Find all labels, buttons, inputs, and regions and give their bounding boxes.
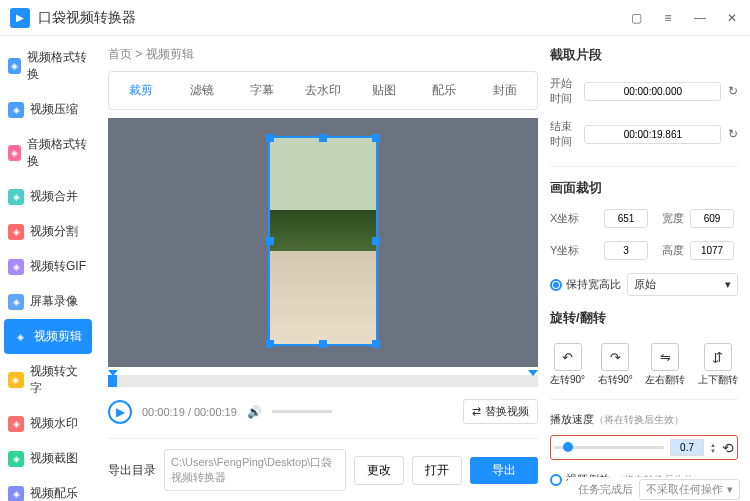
tab-3[interactable]: 去水印: [295, 76, 352, 105]
crop-handle[interactable]: [266, 340, 274, 348]
sidebar-item-1[interactable]: ◈视频压缩: [0, 92, 96, 127]
rotate-button-1[interactable]: ↷右转90°: [598, 343, 633, 387]
app-logo: [10, 8, 30, 28]
sidebar-item-label: 音频格式转换: [27, 136, 88, 170]
crop-handle[interactable]: [372, 134, 380, 142]
end-time-input[interactable]: [584, 125, 721, 144]
open-dir-button[interactable]: 打开: [412, 456, 462, 485]
sidebar-icon: ◈: [12, 329, 28, 345]
reset-speed-icon[interactable]: ⟲: [722, 440, 734, 456]
menu-icon[interactable]: ≡: [660, 10, 676, 26]
sidebar-item-8[interactable]: ◈视频转文字: [0, 354, 96, 406]
crop-handle[interactable]: [372, 237, 380, 245]
sidebar-item-label: 视频格式转换: [27, 49, 88, 83]
height-label: 高度: [654, 243, 684, 258]
volume-slider[interactable]: [272, 410, 332, 413]
start-time-input[interactable]: [584, 82, 721, 101]
play-button[interactable]: ▶: [108, 400, 132, 424]
x-input[interactable]: [604, 209, 648, 228]
sidebar-item-label: 视频转文字: [30, 363, 88, 397]
aspect-ratio-select[interactable]: 原始▾: [627, 273, 738, 296]
tab-4[interactable]: 贴图: [355, 76, 412, 105]
radio-unchecked-icon: [550, 474, 562, 486]
export-path-input[interactable]: C:\Users\FengPing\Desktop\口袋视频转换器: [164, 449, 346, 491]
sidebar-item-4[interactable]: ◈视频分割: [0, 214, 96, 249]
rotate-icon: ⇋: [651, 343, 679, 371]
width-input[interactable]: [690, 209, 734, 228]
minimize-icon[interactable]: —: [692, 10, 708, 26]
status-action-select[interactable]: 不采取任何操作▾: [639, 479, 740, 500]
timeline-end-handle[interactable]: [528, 370, 538, 376]
refresh-end-icon[interactable]: ↻: [727, 125, 738, 143]
replace-video-button[interactable]: ⇄替换视频: [463, 399, 538, 424]
rotate-section-title: 旋转/翻转: [550, 309, 738, 327]
crop-handle[interactable]: [319, 340, 327, 348]
width-label: 宽度: [654, 211, 684, 226]
volume-icon[interactable]: 🔊: [247, 405, 262, 419]
radio-checked-icon: [550, 279, 562, 291]
tab-5[interactable]: 配乐: [416, 76, 473, 105]
editor-tabs: 裁剪滤镜字幕去水印贴图配乐封面: [108, 71, 538, 110]
status-label: 任务完成后: [578, 482, 633, 497]
sidebar-item-label: 视频水印: [30, 415, 78, 432]
sidebar-icon: ◈: [8, 451, 24, 467]
sidebar-item-2[interactable]: ◈音频格式转换: [0, 127, 96, 179]
sidebar-icon: ◈: [8, 372, 24, 388]
sidebar-item-3[interactable]: ◈视频合并: [0, 179, 96, 214]
rotate-button-0[interactable]: ↶左转90°: [550, 343, 585, 387]
sidebar-icon: ◈: [8, 294, 24, 310]
speed-slider-thumb[interactable]: [563, 442, 573, 452]
export-dir-label: 导出目录: [108, 462, 156, 479]
rotate-button-2[interactable]: ⇋左右翻转: [645, 343, 685, 387]
rotate-icon: ↷: [601, 343, 629, 371]
folder-icon[interactable]: ▢: [628, 10, 644, 26]
crop-handle[interactable]: [266, 237, 274, 245]
app-title: 口袋视频转换器: [38, 9, 628, 27]
timeline[interactable]: [108, 375, 538, 387]
sidebar-icon: ◈: [8, 102, 24, 118]
sidebar-item-label: 视频配乐: [30, 485, 78, 501]
refresh-start-icon[interactable]: ↻: [727, 82, 738, 100]
sidebar-item-label: 视频剪辑: [34, 328, 82, 345]
clip-section-title: 截取片段: [550, 46, 738, 64]
close-icon[interactable]: ✕: [724, 10, 740, 26]
crop-handle[interactable]: [372, 340, 380, 348]
tab-1[interactable]: 滤镜: [174, 76, 231, 105]
aspect-ratio-radio[interactable]: 保持宽高比: [550, 277, 621, 292]
video-preview[interactable]: [108, 118, 538, 367]
status-bar: 任务完成后 不采取任何操作▾: [568, 477, 750, 501]
sidebar-item-0[interactable]: ◈视频格式转换: [0, 40, 96, 92]
sidebar-item-10[interactable]: ◈视频截图: [0, 441, 96, 476]
sidebar-icon: ◈: [8, 259, 24, 275]
sidebar-item-label: 视频截图: [30, 450, 78, 467]
height-input[interactable]: [690, 241, 734, 260]
timeline-start-handle[interactable]: [108, 370, 118, 376]
speed-slider[interactable]: [554, 446, 664, 449]
sidebar-item-label: 屏幕录像: [30, 293, 78, 310]
sidebar-item-11[interactable]: ◈视频配乐: [0, 476, 96, 501]
crop-handle[interactable]: [319, 134, 327, 142]
sidebar-icon: ◈: [8, 189, 24, 205]
sidebar-item-7[interactable]: ◈视频剪辑: [4, 319, 92, 354]
time-display: 00:00:19 / 00:00:19: [142, 406, 237, 418]
export-button[interactable]: 导出: [470, 457, 538, 484]
breadcrumb: 首页 > 视频剪辑: [108, 46, 538, 63]
speed-input[interactable]: [670, 439, 704, 456]
tab-2[interactable]: 字幕: [234, 76, 291, 105]
crop-section-title: 画面裁切: [550, 179, 738, 197]
sidebar-item-9[interactable]: ◈视频水印: [0, 406, 96, 441]
speed-control-highlight: ▲▼ ⟲: [550, 435, 738, 460]
crop-frame[interactable]: [268, 136, 378, 346]
crop-handle[interactable]: [266, 134, 274, 142]
change-dir-button[interactable]: 更改: [354, 456, 404, 485]
titlebar: 口袋视频转换器 ▢ ≡ — ✕: [0, 0, 750, 36]
rotate-button-3[interactable]: ⇵上下翻转: [698, 343, 738, 387]
speed-stepper[interactable]: ▲▼: [710, 442, 716, 454]
tab-0[interactable]: 裁剪: [113, 76, 170, 105]
start-time-label: 开始时间: [550, 76, 578, 106]
sidebar-item-6[interactable]: ◈屏幕录像: [0, 284, 96, 319]
swap-icon: ⇄: [472, 405, 481, 418]
y-input[interactable]: [604, 241, 648, 260]
sidebar-item-5[interactable]: ◈视频转GIF: [0, 249, 96, 284]
tab-6[interactable]: 封面: [476, 76, 533, 105]
